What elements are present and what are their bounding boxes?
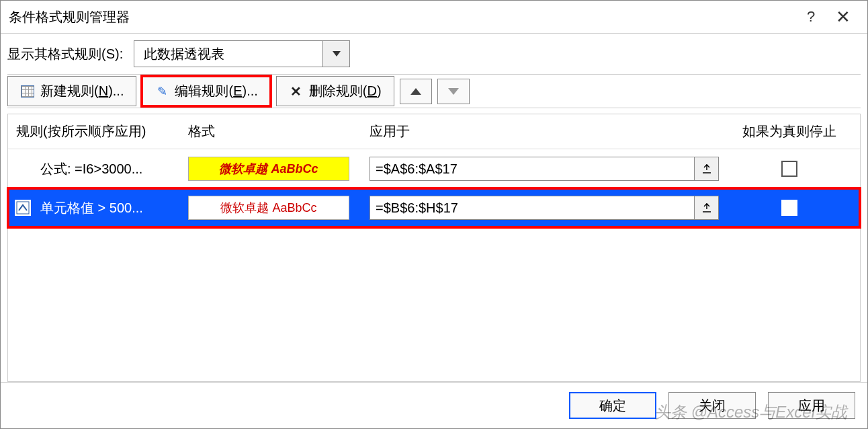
grid-icon [20,84,35,99]
stop-if-true-checkbox[interactable] [781,200,797,216]
scope-select-value: 此数据透视表 [134,45,322,63]
table-row[interactable]: 公式: =I6>3000... 微软卓越 AaBbCc =$A$6:$A$17 [8,149,860,188]
edit-icon [155,84,169,99]
new-rule-button[interactable]: 新建规则(N)... [7,76,136,106]
range-picker-button[interactable] [695,157,719,181]
move-up-button[interactable] [400,79,432,104]
ok-button[interactable]: 确定 [569,392,656,419]
stop-if-true-cell [719,161,860,177]
triangle-up-icon [410,88,421,95]
table-header: 规则(按所示顺序应用) 格式 应用于 如果为真则停止 [8,114,860,149]
show-rules-label: 显示其格式规则(S): [7,45,123,63]
help-button[interactable]: ? [795,6,827,28]
new-rule-label: 新建规则(N)... [40,82,124,100]
chevron-down-icon [333,51,341,56]
applies-to-input[interactable]: =$A$6:$A$17 [370,157,695,181]
toolbar: 新建规则(N)... 编辑规则(E)... 删除规则(D) [7,74,861,108]
format-preview: 微软卓越 AaBbCc [188,196,349,220]
applies-to-cell: =$B$6:$H$17 [370,196,719,220]
edit-rule-label: 编辑规则(E)... [175,82,257,100]
collapse-icon [701,202,712,213]
col-header-format: 格式 [188,122,370,141]
close-button[interactable]: ✕ [827,6,859,28]
delete-rule-label: 删除规则(D) [309,82,382,100]
dialog-title: 条件格式规则管理器 [9,8,130,26]
rule-description: 单元格值 > 500... [8,199,188,217]
range-picker-button[interactable] [695,196,719,220]
col-header-stop-if-true: 如果为真则停止 [719,122,860,141]
scope-select-dropdown-button[interactable] [322,41,349,67]
table-row[interactable]: 单元格值 > 500... 微软卓越 AaBbCc =$B$6:$H$17 [8,188,860,227]
stop-if-true-checkbox[interactable] [781,161,797,177]
applies-to-cell: =$A$6:$A$17 [370,157,719,181]
format-preview-cell: 微软卓越 AaBbCc [188,196,370,220]
dialog-footer: 确定 关闭 应用 头条 @Access与Excel实战 [1,382,867,428]
applies-to-input[interactable]: =$B$6:$H$17 [370,196,695,220]
stop-if-true-cell [719,200,860,216]
rule-row-icon [15,200,31,216]
content-area: 显示其格式规则(S): 此数据透视表 新建规则(N)... 编辑规则(E)...… [1,34,867,382]
format-preview: 微软卓越 AaBbCc [188,157,349,181]
rule-description: 公式: =I6>3000... [8,160,188,178]
titlebar: 条件格式规则管理器 ? ✕ [1,1,867,34]
delete-icon [289,84,304,99]
scope-select[interactable]: 此数据透视表 [134,40,350,67]
collapse-icon [701,163,712,174]
triangle-down-icon [448,88,459,95]
close-dialog-button[interactable]: 关闭 [668,392,756,419]
move-down-button[interactable] [437,79,470,104]
format-preview-cell: 微软卓越 AaBbCc [188,157,370,181]
delete-rule-button[interactable]: 删除规则(D) [276,76,394,106]
col-header-applies-to: 应用于 [370,122,719,141]
rules-table: 规则(按所示顺序应用) 格式 应用于 如果为真则停止 公式: =I6>3000.… [7,114,861,382]
edit-rule-button[interactable]: 编辑规则(E)... [142,76,270,106]
col-header-rule: 规则(按所示顺序应用) [8,122,188,141]
dialog-conditional-formatting-rules-manager: 条件格式规则管理器 ? ✕ 显示其格式规则(S): 此数据透视表 新建规则(N)… [0,0,868,429]
scope-row: 显示其格式规则(S): 此数据透视表 [7,40,861,67]
apply-button[interactable]: 应用 [768,392,855,419]
svg-rect-0 [17,202,29,214]
